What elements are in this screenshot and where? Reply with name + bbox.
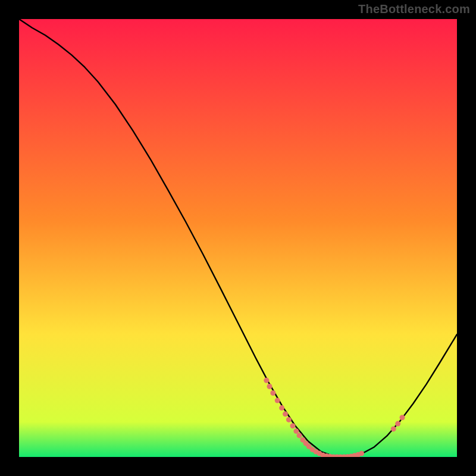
data-point — [297, 433, 302, 438]
data-point — [275, 398, 280, 403]
data-point — [400, 415, 405, 420]
data-point — [293, 428, 299, 434]
data-point — [267, 384, 272, 389]
data-point — [279, 405, 284, 411]
plot-area — [19, 19, 457, 457]
data-point — [286, 417, 292, 422]
data-point — [270, 390, 275, 396]
data-point — [391, 426, 396, 431]
data-point — [359, 451, 364, 456]
data-point — [264, 378, 269, 383]
gradient-background — [19, 19, 457, 457]
chart-svg — [19, 19, 457, 457]
chart-stage: TheBottleneck.com — [0, 0, 476, 476]
watermark-text: TheBottleneck.com — [358, 2, 470, 16]
data-point — [283, 411, 288, 416]
data-point — [290, 423, 296, 428]
data-point — [395, 421, 400, 427]
